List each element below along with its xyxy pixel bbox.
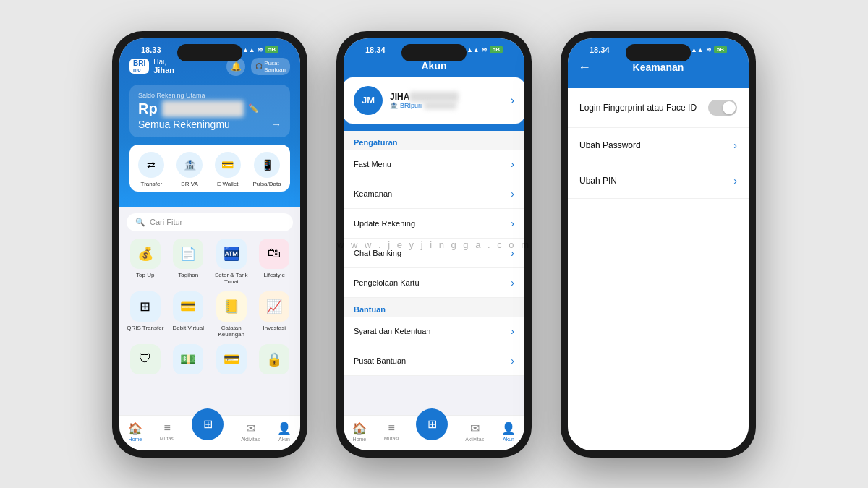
nav-qris-fab-1[interactable]: ⊞ [192, 421, 224, 442]
home-icon-1: 🏠 [128, 421, 142, 435]
user-info: JIHA████████ 🏦 BRIpuri ███████ [390, 92, 511, 109]
wifi-icon: ≋ [258, 46, 263, 53]
ubah-password-chevron: › [733, 140, 737, 151]
nav-aktivitas-2[interactable]: ✉ Aktivitas [465, 421, 484, 442]
phone1-body: 🔍 Cari Fitur 💰 Top Up 📄 Tagihan 🏧 Setor … [119, 207, 300, 415]
user-card-chevron: › [511, 94, 514, 107]
bantuan-section: Bantuan [344, 298, 524, 317]
lifestyle-label: Lifestyle [264, 272, 285, 279]
card-icon: 💳 [216, 344, 247, 374]
menu-chat-banking[interactable]: Chat Banking › [344, 239, 524, 268]
home-label-2: Home [353, 437, 367, 442]
dynamic-island-2 [401, 44, 467, 61]
brimo-logo: BRImo Hai, Jihan [129, 58, 174, 74]
status-icons-1: ▲▲ ≋ 5B [242, 46, 278, 53]
feature-investasi[interactable]: 📈 Investasi [256, 291, 294, 338]
feature-catatan[interactable]: 📒 Catatan Keuangan [213, 291, 250, 338]
phone2-body: Pengaturan Fast Menu › Keamanan › Update… [344, 131, 524, 415]
security-ubah-pin[interactable]: Ubah PIN › [568, 163, 749, 199]
battery-badge-1: 5B [265, 46, 278, 53]
menu-syarat[interactable]: Syarat dan Ketentuan › [344, 317, 524, 346]
security-ubah-password[interactable]: Ubah Password › [568, 128, 749, 163]
action-pulsa[interactable]: 📱 Pulsa/Data [252, 152, 281, 187]
nav-mutasi-2[interactable]: ≡ Mutasi [384, 421, 399, 442]
debit-label: Debit Virtual [173, 325, 204, 332]
feature-tagihan[interactable]: 📄 Tagihan [170, 239, 208, 286]
brimo-greeting: Hai, Jihan [153, 58, 174, 74]
ubah-password-label: Ubah Password [579, 140, 641, 150]
action-briva[interactable]: 🏦 BRIVA [176, 152, 203, 187]
chat-banking-label: Chat Banking [354, 249, 401, 257]
dollar-icon: 💵 [173, 344, 203, 374]
fingerprint-toggle[interactable] [708, 100, 737, 116]
shield-icon: 🛡 [130, 344, 161, 374]
fast-menu-label: Fast Menu [354, 160, 391, 168]
back-button[interactable]: ← [578, 60, 591, 75]
menu-update-rekening[interactable]: Update Rekening › [344, 209, 524, 239]
user-sub: 🏦 BRIpuri ███████ [390, 102, 511, 109]
home-label-1: Home [129, 437, 142, 442]
phone-2: 18.34 ▲▲ ≋ 5B Akun JM JIHA████████ 🏦 BRI… [336, 31, 532, 458]
feature-lifestyle[interactable]: 🛍 Lifestyle [256, 239, 294, 286]
menu-pusat-bantuan[interactable]: Pusat Bantuan › [344, 346, 524, 376]
signal-icon-3: ▲▲ [691, 46, 704, 53]
phone-3: 18.34 ▲▲ ≋ 5B ← Keamanan Login Fingerpri… [561, 31, 756, 458]
feature-topup[interactable]: 💰 Top Up [127, 239, 164, 286]
menu-fast-menu[interactable]: Fast Menu › [344, 150, 524, 179]
phone-1-screen: 18.33 ▲▲ ≋ 5B BRImo Hai, Jihan 🔔 [119, 38, 300, 450]
header-actions: ⇄ Transfer 🏦 BRIVA 💳 E Wallet 📱 Pulsa/Da… [129, 145, 290, 192]
home-icon-2: 🏠 [352, 421, 367, 435]
account-masked: ███████ [424, 102, 456, 109]
aktivitas-label-2: Aktivitas [465, 437, 484, 442]
semua-rekening-row[interactable]: Semua Rekeningmu → [138, 119, 281, 130]
nav-mutasi-1[interactable]: ≡ Mutasi [160, 421, 175, 442]
balance-label: Saldo Rekening Utama [138, 92, 281, 99]
update-rekening-chevron: › [511, 218, 514, 229]
menu-keamanan[interactable]: Keamanan › [344, 179, 524, 209]
nav-home-2[interactable]: 🏠 Home [352, 421, 367, 442]
search-bar[interactable]: 🔍 Cari Fitur [127, 213, 293, 231]
menu-pengelolaan-kartu[interactable]: Pengelolaan Kartu › [344, 268, 524, 298]
nav-akun-2[interactable]: 👤 Akun [501, 421, 516, 442]
user-bank: BRIpuri [400, 102, 422, 109]
ubah-pin-label: Ubah PIN [579, 176, 617, 186]
akun-icon-2: 👤 [501, 421, 516, 435]
eye-icon[interactable]: ✏️ [248, 103, 259, 114]
ewallet-icon: 💳 [215, 152, 241, 178]
qris-label: QRIS Transfer [127, 325, 163, 332]
action-ewallet[interactable]: 💳 E Wallet [215, 152, 241, 187]
nav-aktivitas-1[interactable]: ✉ Aktivitas [241, 421, 260, 442]
brimo-logo-box: BRImo [129, 59, 149, 74]
action-transfer[interactable]: ⇄ Transfer [138, 152, 164, 187]
qris-fab-icon-1[interactable]: ⊞ [192, 408, 224, 440]
feature-lock[interactable]: 🔒 [256, 344, 294, 377]
feature-qris[interactable]: ⊞ QRIS Transfer [127, 291, 164, 338]
aktivitas-label-1: Aktivitas [241, 437, 260, 442]
mutasi-icon-1: ≡ [163, 421, 170, 435]
dynamic-island-1 [177, 44, 242, 61]
battery-badge-3: 5B [714, 46, 727, 53]
feature-dollar[interactable]: 💵 [170, 344, 208, 377]
balance-card: Saldo Rekening Utama Rp ████████ ✏️ Semu… [129, 85, 290, 137]
tagihan-label: Tagihan [178, 272, 198, 279]
topup-label: Top Up [136, 272, 154, 279]
feature-card[interactable]: 💳 [213, 344, 250, 377]
debit-icon: 💳 [173, 291, 203, 322]
semua-rekening-label: Semua Rekeningmu [138, 119, 230, 130]
balance-masked: ████████ [162, 100, 244, 117]
aktivitas-icon-2: ✉ [470, 421, 480, 435]
mutasi-label-1: Mutasi [160, 436, 175, 441]
feature-shield[interactable]: 🛡 [127, 344, 164, 377]
nav-akun-1[interactable]: 👤 Akun [277, 421, 292, 442]
nav-qris-fab-2[interactable]: ⊞ [416, 421, 448, 442]
qris-fab-icon-2[interactable]: ⊞ [416, 408, 448, 440]
catatan-label: Catatan Keuangan [213, 325, 250, 338]
setor-label: Setor & Tarik Tunai [213, 272, 250, 286]
pulsa-icon: 📱 [254, 152, 280, 178]
akun-icon-1: 👤 [277, 421, 292, 435]
feature-setor[interactable]: 🏧 Setor & Tarik Tunai [213, 239, 250, 286]
pusat-bantuan-btn[interactable]: 🎧 PusatBantuan [251, 58, 290, 75]
user-card[interactable]: JM JIHA████████ 🏦 BRIpuri ███████ › [344, 77, 524, 124]
feature-debit[interactable]: 💳 Debit Virtual [170, 291, 208, 338]
nav-home-1[interactable]: 🏠 Home [128, 421, 142, 442]
